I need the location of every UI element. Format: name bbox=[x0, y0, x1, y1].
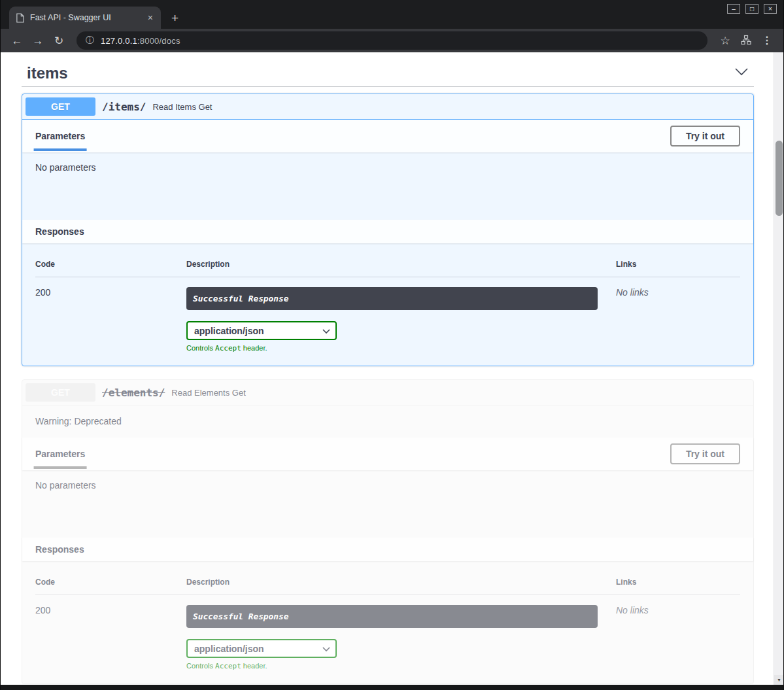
browser-tab[interactable]: Fast API - Swagger UI × bbox=[9, 7, 161, 29]
responses-title: Responses bbox=[35, 544, 84, 555]
tab-groups-icon[interactable] bbox=[738, 35, 755, 47]
responses-table: Code Description Links 200 Successful Re… bbox=[22, 561, 753, 683]
accept-note-code: Accept bbox=[215, 344, 241, 353]
url-host: 127.0.0.1 bbox=[101, 36, 137, 46]
try-it-out-button[interactable]: Try it out bbox=[670, 443, 740, 464]
tab-close-icon[interactable]: × bbox=[146, 12, 154, 23]
responses-header: Responses bbox=[22, 538, 753, 561]
accept-header-note: Controls Accept header. bbox=[186, 344, 598, 353]
code-column-header: Code bbox=[35, 578, 186, 595]
url-path: :8000/docs bbox=[137, 36, 180, 46]
operation-summary[interactable]: GET /elements/ Read Elements Get bbox=[22, 380, 753, 405]
response-description: Successful Response bbox=[186, 287, 598, 310]
links-column-header: Links bbox=[616, 260, 740, 277]
new-tab-button[interactable]: + bbox=[171, 12, 179, 24]
response-row: 200 Successful Response application/json… bbox=[35, 595, 740, 670]
scrollbar[interactable]: ▼ bbox=[774, 52, 783, 685]
swagger-ui: items GET /items/ Read Items Get Paramet… bbox=[1, 52, 774, 685]
browser-menu-icon[interactable]: ⋮ bbox=[758, 35, 775, 46]
page-content: items GET /items/ Read Items Get Paramet… bbox=[1, 52, 783, 690]
response-code: 200 bbox=[35, 605, 186, 670]
no-parameters-text: No parameters bbox=[22, 470, 753, 538]
no-parameters-text: No parameters bbox=[22, 152, 753, 220]
bookmark-star-icon[interactable]: ☆ bbox=[717, 35, 734, 46]
back-icon[interactable]: ← bbox=[9, 35, 26, 46]
window-controls: – □ × bbox=[727, 4, 777, 14]
address-bar[interactable]: ⓘ 127.0.0.1:8000/docs bbox=[77, 31, 707, 50]
operation-summary-text: Read Items Get bbox=[152, 102, 212, 112]
responses-title: Responses bbox=[35, 226, 84, 237]
opblock-get-items: GET /items/ Read Items Get Parameters Tr… bbox=[22, 94, 754, 366]
reload-icon[interactable]: ↻ bbox=[50, 35, 67, 46]
media-type-select[interactable]: application/json bbox=[186, 321, 337, 340]
response-row: 200 Successful Response application/json… bbox=[35, 277, 740, 353]
accept-note-code: Accept bbox=[215, 662, 241, 670]
tab-parameters[interactable]: Parameters bbox=[35, 449, 85, 459]
parameters-header: Parameters Try it out bbox=[22, 120, 753, 152]
operation-summary-text: Read Elements Get bbox=[171, 388, 245, 398]
collapse-chevron-down-icon[interactable] bbox=[734, 67, 749, 79]
minimize-icon: – bbox=[732, 6, 736, 12]
chevron-down-icon bbox=[322, 326, 330, 336]
accept-note-prefix: Controls bbox=[186, 662, 215, 670]
operation-summary[interactable]: GET /items/ Read Items Get bbox=[22, 94, 753, 120]
window-titlebar: Fast API - Swagger UI × + – □ × bbox=[1, 0, 783, 29]
method-badge: GET bbox=[26, 97, 95, 116]
responses-table-head: Code Description Links bbox=[35, 260, 740, 277]
media-type-select[interactable]: application/json bbox=[186, 639, 337, 658]
scroll-down-button[interactable]: ▼ bbox=[774, 675, 783, 685]
code-column-header: Code bbox=[35, 260, 186, 277]
accept-header-note: Controls Accept header. bbox=[186, 662, 598, 670]
scrollbar-thumb[interactable] bbox=[775, 141, 783, 216]
scroll-down-icon: ▼ bbox=[777, 678, 781, 682]
maximize-icon: □ bbox=[750, 6, 754, 12]
responses-table-head: Code Description Links bbox=[35, 578, 740, 595]
description-column-header: Description bbox=[186, 260, 616, 277]
response-code: 200 bbox=[35, 287, 186, 353]
responses-header: Responses bbox=[22, 220, 753, 243]
tag-title: items bbox=[27, 64, 68, 82]
try-it-out-button[interactable]: Try it out bbox=[670, 126, 740, 147]
deprecated-warning: Warning: Deprecated bbox=[22, 405, 753, 438]
opblock-get-elements-deprecated: GET /elements/ Read Elements Get Warning… bbox=[22, 379, 754, 684]
parameters-header: Parameters Try it out bbox=[22, 438, 753, 470]
operation-path: /items/ bbox=[95, 101, 152, 113]
operation-path: /elements/ bbox=[95, 387, 171, 399]
maximize-button[interactable]: □ bbox=[745, 4, 758, 14]
response-links: No links bbox=[616, 605, 740, 670]
chevron-down-icon bbox=[322, 644, 330, 654]
accept-note-suffix: header. bbox=[241, 344, 267, 352]
links-column-header: Links bbox=[616, 578, 740, 595]
forward-icon[interactable]: → bbox=[29, 35, 46, 46]
browser-window: Fast API - Swagger UI × + – □ × ← → ↻ ⓘ … bbox=[0, 0, 784, 690]
tag-section-header[interactable]: items bbox=[22, 58, 754, 87]
responses-table: Code Description Links 200 Successful Re… bbox=[22, 243, 753, 366]
media-type-value: application/json bbox=[194, 326, 264, 336]
description-column-header: Description bbox=[186, 578, 616, 595]
tab-title: Fast API - Swagger UI bbox=[30, 13, 141, 22]
minimize-button[interactable]: – bbox=[727, 4, 740, 14]
method-badge: GET bbox=[26, 383, 95, 402]
close-button[interactable]: × bbox=[764, 4, 777, 14]
tab-parameters[interactable]: Parameters bbox=[35, 131, 85, 141]
browser-toolbar: ← → ↻ ⓘ 127.0.0.1:8000/docs ☆ ⋮ bbox=[1, 29, 783, 52]
url-text: 127.0.0.1:8000/docs bbox=[101, 36, 180, 46]
accept-note-suffix: header. bbox=[241, 662, 267, 670]
response-description: Successful Response bbox=[186, 605, 598, 628]
accept-note-prefix: Controls bbox=[186, 344, 215, 352]
media-type-value: application/json bbox=[194, 644, 264, 654]
page-favicon-icon bbox=[16, 13, 24, 23]
response-links: No links bbox=[616, 287, 740, 353]
close-icon: × bbox=[768, 6, 772, 12]
site-info-icon[interactable]: ⓘ bbox=[86, 35, 94, 46]
